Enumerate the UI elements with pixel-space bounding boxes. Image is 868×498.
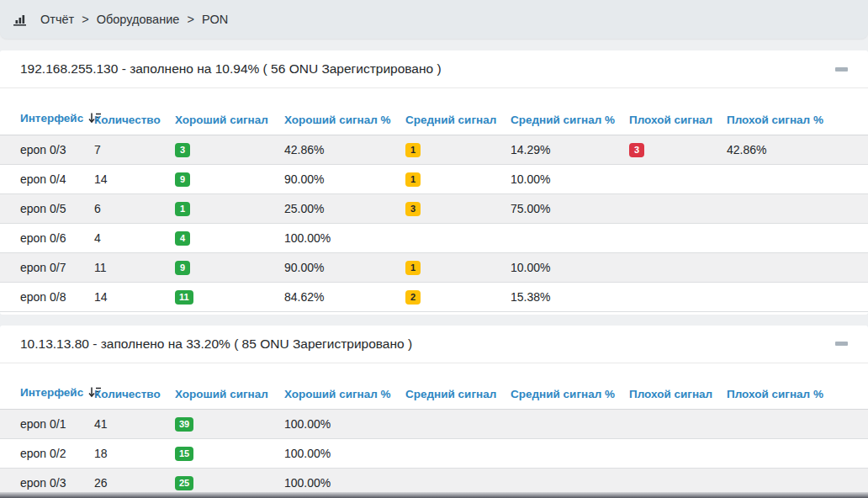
bad-signal-cell	[629, 223, 727, 252]
good-signal-cell: 11	[175, 282, 284, 311]
good-signal-cell: 9	[175, 164, 284, 193]
table-row: epon 0/711990.00%110.00%	[0, 252, 868, 282]
column-header-good-signal[interactable]: Хороший сигнал	[175, 88, 284, 135]
mid-signal-cell: 1	[405, 164, 511, 193]
column-header-mid-signal-pct[interactable]: Средний сигнал %	[511, 363, 629, 410]
column-header-mid-signal[interactable]: Средний сигнал	[405, 88, 511, 135]
signal-table: Интерфейс Количество Хороший сигнал Хоро…	[0, 363, 868, 498]
count-cell: 41	[94, 410, 175, 439]
mid-signal-pct-cell	[511, 439, 629, 469]
good-signal-badge: 11	[175, 290, 193, 305]
column-header-mid-signal-pct[interactable]: Средний сигнал %	[511, 88, 629, 135]
good-signal-cell: 15	[175, 439, 284, 469]
collapse-button[interactable]	[831, 334, 851, 354]
column-header-bad-signal[interactable]: Плохой сигнал	[629, 88, 727, 135]
column-header-count[interactable]: Количество	[94, 363, 175, 410]
count-cell: 14	[94, 164, 175, 193]
column-header-bad-signal-pct[interactable]: Плохой сигнал %	[727, 88, 868, 135]
column-header-mid-signal[interactable]: Средний сигнал	[405, 363, 511, 410]
breadcrumb: Отчёт > Оборудование > PON	[0, 0, 868, 39]
column-header-good-signal-pct[interactable]: Хороший сигнал %	[284, 363, 405, 410]
bad-signal-cell	[629, 282, 727, 311]
good-signal-badge: 15	[175, 447, 193, 461]
good-signal-pct-cell: 100.00%	[284, 439, 405, 469]
good-signal-badge: 4	[175, 231, 190, 246]
mid-signal-cell: 2	[405, 282, 511, 311]
count-cell: 6	[94, 193, 175, 223]
table-row: epon 0/37342.86%114.29%342.86%	[0, 135, 868, 164]
table-header-row: Интерфейс Количество Хороший сигнал Хоро…	[0, 363, 868, 410]
mid-signal-pct-cell: 75.00%	[511, 193, 629, 223]
bad-signal-badge: 3	[629, 143, 644, 157]
mid-signal-cell	[405, 223, 511, 252]
good-signal-badge: 1	[175, 202, 190, 216]
good-signal-pct-cell: 100.00%	[284, 223, 405, 252]
table-row: epon 0/14139100.00%	[0, 410, 868, 439]
good-signal-pct-cell: 90.00%	[284, 252, 405, 282]
interface-cell: epon 0/1	[0, 410, 94, 439]
column-header-good-signal[interactable]: Хороший сигнал	[175, 363, 284, 410]
mid-signal-pct-cell: 15.38%	[511, 282, 629, 311]
interface-cell: epon 0/7	[0, 252, 94, 282]
column-header-count[interactable]: Количество	[94, 88, 175, 135]
table-row: epon 0/644100.00%	[0, 223, 868, 252]
column-header-interface[interactable]: Интерфейс	[0, 88, 94, 135]
minus-icon	[835, 67, 848, 72]
breadcrumb-separator: >	[187, 13, 193, 26]
bad-signal-pct-cell	[727, 410, 868, 439]
good-signal-cell: 1	[175, 193, 284, 223]
mid-signal-cell	[405, 439, 511, 469]
interface-cell: epon 0/4	[0, 164, 94, 193]
count-cell: 11	[94, 252, 175, 282]
bad-signal-cell: 3	[629, 135, 727, 164]
mid-signal-badge: 1	[405, 172, 421, 187]
count-cell: 18	[94, 439, 175, 469]
interface-cell: epon 0/5	[0, 193, 94, 223]
good-signal-cell: 3	[175, 135, 284, 164]
table-row: epon 0/56125.00%375.00%	[0, 193, 868, 223]
bad-signal-pct-cell	[727, 223, 868, 252]
good-signal-pct-cell: 25.00%	[284, 193, 405, 223]
footer-edge	[0, 492, 868, 498]
good-signal-badge: 9	[175, 172, 190, 187]
mid-signal-pct-cell: 10.00%	[511, 164, 629, 193]
panel-title: 192.168.255.130 - заполнено на 10.94% ( …	[20, 61, 831, 77]
good-signal-cell: 39	[175, 410, 284, 439]
breadcrumb-item-pon: PON	[202, 13, 228, 26]
good-signal-badge: 3	[175, 143, 190, 157]
panel-title: 10.13.13.80 - заполнено на 33.20% ( 85 O…	[20, 336, 831, 352]
bad-signal-cell	[629, 252, 727, 282]
collapse-button[interactable]	[831, 59, 851, 79]
bar-chart-icon	[13, 13, 28, 26]
column-header-bad-signal-pct[interactable]: Плохой сигнал %	[727, 363, 868, 410]
good-signal-pct-cell: 90.00%	[284, 164, 405, 193]
mid-signal-cell: 1	[405, 135, 511, 164]
bad-signal-cell	[629, 410, 727, 439]
good-signal-pct-cell: 42.86%	[284, 135, 405, 164]
breadcrumb-item-report[interactable]: Отчёт	[40, 13, 74, 26]
count-cell: 4	[94, 223, 175, 252]
mid-signal-pct-cell	[511, 410, 629, 439]
mid-signal-pct-cell: 14.29%	[511, 135, 629, 164]
column-header-good-signal-pct[interactable]: Хороший сигнал %	[284, 88, 405, 135]
breadcrumb-item-equipment[interactable]: Оборудование	[97, 13, 180, 26]
mid-signal-badge: 3	[405, 202, 421, 216]
breadcrumb-separator: >	[82, 13, 88, 26]
count-cell: 14	[94, 282, 175, 311]
count-cell: 7	[94, 135, 175, 164]
mid-signal-badge: 1	[405, 261, 421, 275]
good-signal-badge: 9	[175, 261, 190, 275]
bad-signal-pct-cell	[727, 252, 868, 282]
good-signal-badge: 39	[175, 417, 193, 432]
mid-signal-pct-cell: 10.00%	[511, 252, 629, 282]
good-signal-pct-cell: 84.62%	[284, 282, 405, 311]
table-row: epon 0/21815100.00%	[0, 439, 868, 469]
column-header-interface[interactable]: Интерфейс	[0, 363, 94, 410]
bad-signal-cell	[629, 439, 727, 469]
panel-192-168-255-130: 192.168.255.130 - заполнено на 10.94% ( …	[0, 50, 868, 315]
table-header-row: Интерфейс Количество Хороший сигнал Хоро…	[0, 88, 868, 135]
column-header-bad-signal[interactable]: Плохой сигнал	[629, 363, 727, 410]
bad-signal-cell	[629, 193, 727, 223]
interface-cell: epon 0/2	[0, 439, 94, 469]
good-signal-pct-cell: 100.00%	[284, 410, 405, 439]
